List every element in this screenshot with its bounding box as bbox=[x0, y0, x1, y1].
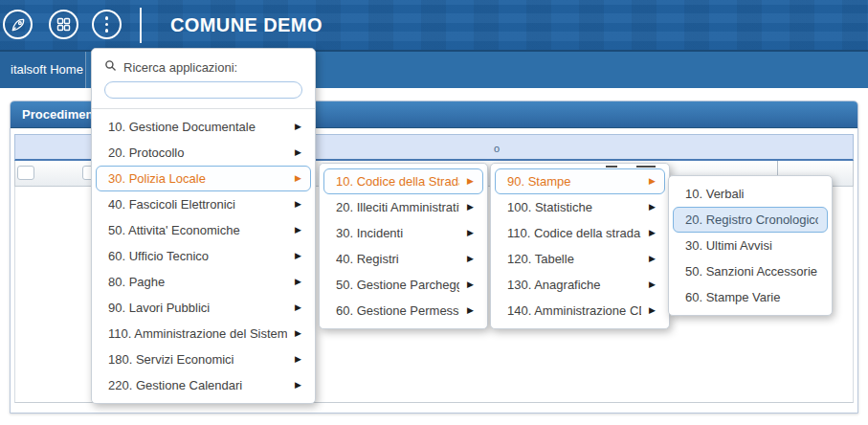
menu-item-label: 10. Codice della Strada bbox=[336, 174, 459, 189]
submenu-arrow-icon: ▶ bbox=[295, 148, 301, 157]
menu-item[interactable]: 40. Registri▶ bbox=[323, 246, 483, 272]
menu-item-label: 100. Statistiche bbox=[507, 200, 641, 214]
menu-item-label: 10. Gestione Documentale bbox=[108, 120, 287, 134]
submenu-arrow-icon: ▶ bbox=[467, 177, 474, 186]
rocket-icon[interactable] bbox=[3, 10, 33, 39]
submenu-arrow-icon: ▶ bbox=[295, 252, 301, 260]
submenu-arrow-icon: ▶ bbox=[295, 226, 301, 235]
submenu-arrow-icon: ▶ bbox=[467, 255, 474, 263]
menu-item[interactable]: 30. Ultimi Avvisi bbox=[673, 233, 828, 258]
application-search-block: Ricerca applicazioni: bbox=[92, 49, 315, 99]
menu-item-label: 20. Registro Cronologico bbox=[685, 212, 818, 227]
submenu-arrow-icon: ▶ bbox=[295, 123, 301, 131]
menu-item-label: 60. Ufficio Tecnico bbox=[108, 249, 287, 263]
menu-item-label: 50. Sanzioni Accessorie bbox=[685, 264, 818, 279]
submenu-arrow-icon: ▶ bbox=[295, 174, 301, 183]
stampe-submenu-panel: 10. Verbali20. Registro Cronologico30. U… bbox=[668, 175, 833, 316]
menu-item[interactable]: 120. Tabelle▶ bbox=[495, 246, 665, 272]
menu-item[interactable]: 30. Polizia Locale▶ bbox=[96, 166, 311, 191]
menu-item-label: 30. Polizia Locale bbox=[108, 171, 287, 186]
submenu-arrow-icon: ▶ bbox=[649, 280, 656, 289]
menu-item[interactable]: 80. Paghe▶ bbox=[96, 269, 311, 295]
application-search-input[interactable] bbox=[104, 81, 302, 99]
menu-item[interactable]: 10. Gestione Documentale▶ bbox=[96, 114, 311, 140]
menu-item[interactable]: 20. Protocollo▶ bbox=[96, 140, 311, 166]
menu-item[interactable]: 110. Amministrazione del Sistema▶ bbox=[96, 321, 311, 347]
menu-item[interactable]: 10. Codice della Strada▶ bbox=[323, 168, 483, 194]
menu-item[interactable]: 20. Illeciti Amministrativi▶ bbox=[323, 194, 483, 220]
menu-item[interactable]: 100. Statistiche▶ bbox=[495, 194, 665, 220]
menu-item-label: 110. Codice della strada bbox=[507, 226, 641, 240]
search-label: Ricerca applicazioni: bbox=[123, 60, 237, 75]
submenu-arrow-icon: ▶ bbox=[467, 280, 474, 289]
menu-item-label: 90. Lavori Pubblici bbox=[108, 301, 287, 315]
menu-item[interactable]: 90. Stampe▶ bbox=[495, 168, 665, 194]
menu-item-label: 140. Amministrazione CDS bbox=[507, 303, 641, 318]
menu-item-label: 40. Fascicoli Elettronici bbox=[108, 197, 287, 212]
codice-della-strada-submenu-panel: 90. Stampe▶100. Statistiche▶110. Codice … bbox=[490, 163, 670, 329]
tab-italsoft-home[interactable]: italsoft Home bbox=[0, 52, 86, 88]
kebab-dots bbox=[105, 16, 109, 33]
menu-item[interactable]: 90. Lavori Pubblici▶ bbox=[96, 295, 311, 321]
menu-item[interactable]: 50. Gestione Parcheggi▶ bbox=[323, 272, 483, 298]
menu-item-label: 20. Protocollo bbox=[108, 145, 287, 160]
menu-item[interactable]: 60. Gestione Permessi e ZTL▶ bbox=[323, 298, 483, 324]
submenu-arrow-icon: ▶ bbox=[295, 381, 301, 390]
menu-item-label: 80. Paghe bbox=[108, 275, 287, 289]
submenu-arrow-icon: ▶ bbox=[649, 177, 656, 186]
kebab-menu-icon[interactable] bbox=[92, 10, 122, 39]
menu-item[interactable]: 140. Amministrazione CDS▶ bbox=[495, 298, 665, 324]
menu-item-label: 90. Stampe bbox=[507, 174, 641, 189]
menu-item[interactable]: 10. Verbali bbox=[673, 181, 828, 207]
menu-item-label: 220. Gestione Calendari bbox=[108, 378, 287, 392]
submenu-arrow-icon: ▶ bbox=[295, 278, 301, 286]
menu-item-label: 130. Anagrafiche bbox=[507, 278, 641, 292]
submenu-arrow-icon: ▶ bbox=[467, 203, 474, 212]
search-icon bbox=[104, 59, 117, 75]
submenu-arrow-icon: ▶ bbox=[467, 306, 474, 315]
menu-item[interactable]: 130. Anagrafiche▶ bbox=[495, 272, 665, 298]
menu-item[interactable]: 30. Incidenti▶ bbox=[323, 220, 483, 246]
submenu-arrow-icon: ▶ bbox=[295, 303, 301, 312]
submenu-arrow-icon: ▶ bbox=[649, 306, 656, 315]
menu-item[interactable]: 50. Sanzioni Accessorie bbox=[673, 258, 828, 284]
menu-item[interactable]: 20. Registro Cronologico bbox=[673, 207, 828, 233]
submenu-arrow-icon: ▶ bbox=[467, 229, 474, 237]
topbar-divider bbox=[140, 8, 142, 43]
menu-item-label: 50. Gestione Parcheggi bbox=[336, 278, 459, 292]
menu-item[interactable]: 180. Servizi Economici▶ bbox=[96, 347, 311, 372]
applications-menu-panel: Ricerca applicazioni: 10. Gestione Docum… bbox=[91, 48, 316, 404]
menu-item-label: 40. Registri bbox=[336, 252, 459, 266]
app-title: COMUNE DEMO bbox=[170, 0, 323, 50]
grid-filter-input-1[interactable] bbox=[17, 166, 34, 180]
apps-grid-icon[interactable] bbox=[49, 10, 78, 39]
menu-item-label: 20. Illeciti Amministrativi bbox=[336, 200, 459, 214]
menu-item-label: 30. Ultimi Avvisi bbox=[685, 238, 818, 253]
menu-item[interactable]: 60. Ufficio Tecnico▶ bbox=[96, 243, 311, 269]
polizia-locale-submenu-panel: 10. Codice della Strada▶20. Illeciti Amm… bbox=[319, 163, 488, 329]
menu-item[interactable]: 50. Attivita' Economiche▶ bbox=[96, 217, 311, 243]
submenu-arrow-icon: ▶ bbox=[295, 200, 301, 209]
menu-item-label: 60. Gestione Permessi e ZTL bbox=[336, 303, 459, 318]
submenu-arrow-icon: ▶ bbox=[649, 229, 656, 237]
menu-item-label: 110. Amministrazione del Sistema bbox=[108, 326, 287, 341]
submenu-arrow-icon: ▶ bbox=[649, 203, 656, 212]
submenu-arrow-icon: ▶ bbox=[649, 255, 656, 263]
menu-item-label: 10. Verbali bbox=[685, 187, 818, 201]
menu-item[interactable]: 110. Codice della strada▶ bbox=[495, 220, 665, 246]
menu-item-label: 120. Tabelle bbox=[507, 252, 641, 266]
top-header-bar: COMUNE DEMO bbox=[0, 0, 868, 52]
header-text-fragment: o bbox=[494, 144, 500, 154]
clipped-menu-item-fragment bbox=[491, 164, 669, 168]
menu-item-label: 30. Incidenti bbox=[336, 226, 459, 240]
menu-item-label: 50. Attivita' Economiche bbox=[108, 223, 287, 237]
menu-item[interactable]: 60. Stampe Varie bbox=[673, 284, 828, 310]
menu-item[interactable]: 220. Gestione Calendari▶ bbox=[96, 372, 311, 398]
submenu-arrow-icon: ▶ bbox=[295, 355, 301, 364]
submenu-arrow-icon: ▶ bbox=[295, 329, 301, 338]
menu-item[interactable]: 40. Fascicoli Elettronici▶ bbox=[96, 191, 311, 217]
menu-item-label: 60. Stampe Varie bbox=[685, 290, 818, 304]
menu-item-label: 180. Servizi Economici bbox=[108, 352, 287, 367]
